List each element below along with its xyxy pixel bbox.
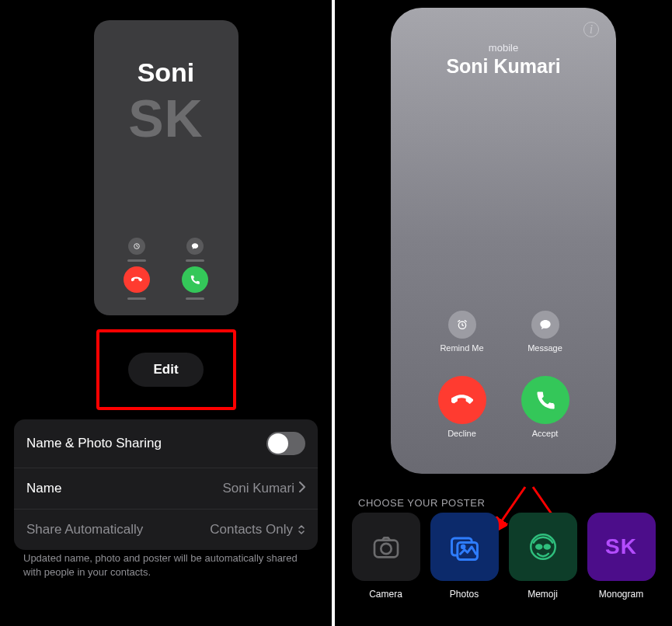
option-monogram-label: Monogram [599, 589, 643, 600]
sharing-row[interactable]: Name & Photo Sharing [14, 419, 318, 468]
call-actions: Remind Me Message Decline Accept [391, 311, 616, 438]
mini-slider-right [186, 259, 204, 262]
decline-label: Decline [447, 429, 476, 438]
svg-point-8 [536, 544, 541, 548]
monogram-text: SK [605, 534, 637, 559]
poster-contact-name: Soni [138, 57, 195, 88]
mini-accept-button [182, 266, 208, 293]
poster-initials: SK [128, 88, 203, 148]
mini-slider-left [127, 259, 146, 262]
poster-options: Camera Photos Memoji SK Monogram [350, 513, 656, 600]
option-monogram[interactable]: SK [587, 513, 656, 581]
accept-label: Accept [532, 429, 559, 438]
updown-icon [298, 523, 305, 536]
edit-highlight-annotation: Edit [96, 329, 236, 410]
option-camera[interactable] [352, 513, 420, 581]
settings-footnote: Updated name, photo and poster will be a… [23, 551, 308, 579]
message-label: Message [528, 343, 562, 353]
name-row[interactable]: Name Soni Kumari [14, 468, 318, 509]
message-icon [186, 238, 204, 255]
mini-slider-left2 [127, 297, 146, 300]
auto-share-label: Share Automatically [26, 522, 143, 537]
remind-me-button[interactable] [448, 311, 476, 339]
option-memoji[interactable] [509, 513, 577, 581]
incoming-call-preview: i mobile Soni Kumari Remind Me Message D [391, 8, 616, 474]
caller-name: Soni Kumari [446, 55, 560, 78]
accept-button[interactable] [521, 376, 569, 424]
option-photos[interactable] [430, 513, 499, 581]
auto-share-row[interactable]: Share Automatically Contacts Only [14, 509, 318, 550]
name-value: Soni Kumari [222, 481, 294, 496]
chevron-right-icon [299, 481, 305, 496]
option-memoji-label: Memoji [528, 589, 558, 600]
name-label: Name [26, 481, 61, 496]
option-photos-label: Photos [450, 589, 479, 600]
mini-decline-button [124, 266, 150, 293]
svg-point-3 [381, 544, 391, 554]
svg-point-9 [544, 544, 549, 548]
settings-card: Name & Photo Sharing Name Soni Kumari Sh… [14, 419, 318, 550]
edit-button[interactable]: Edit [128, 353, 203, 387]
contact-poster-preview: Soni SK [94, 20, 239, 315]
auto-share-value: Contacts Only [210, 522, 293, 537]
caller-type: mobile [489, 42, 518, 54]
info-icon[interactable]: i [583, 22, 599, 37]
mini-slider-right2 [186, 297, 204, 300]
decline-button[interactable] [438, 376, 486, 424]
sharing-toggle[interactable] [266, 432, 305, 455]
right-screenshot: i mobile Soni Kumari Remind Me Message D [335, 0, 672, 626]
left-screenshot: Soni SK [0, 0, 332, 626]
remind-me-label: Remind Me [440, 343, 483, 353]
choose-poster-label: CHOOSE YOUR POSTER [358, 497, 485, 509]
option-camera-label: Camera [369, 589, 402, 600]
remind-icon [128, 238, 145, 255]
poster-mini-actions [94, 238, 239, 300]
message-button[interactable] [531, 311, 559, 339]
svg-point-6 [461, 545, 465, 548]
sharing-label: Name & Photo Sharing [26, 436, 162, 451]
